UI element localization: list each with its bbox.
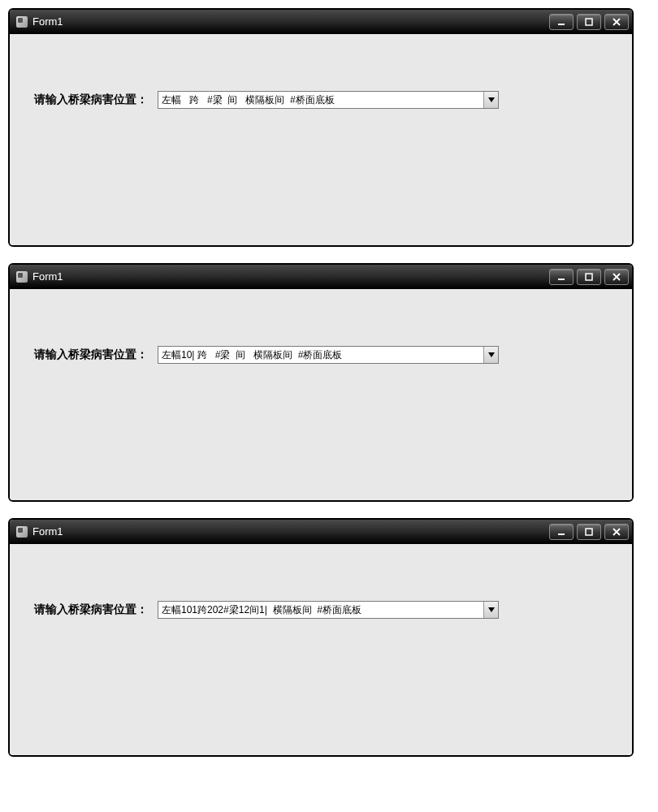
maximize-icon [584,527,594,537]
position-input[interactable] [158,602,483,618]
titlebar[interactable]: Form1 [10,265,632,289]
window-1: Form1 请输入桥梁病害位置： [8,8,634,247]
close-icon [612,527,621,537]
window-title: Form1 [32,525,63,538]
chevron-down-icon [488,352,495,357]
app-icon [16,526,28,538]
form-row: 请输入桥梁病害位置： [34,346,608,364]
minimize-button[interactable] [549,524,574,540]
maximize-button[interactable] [577,14,601,30]
window-3: Form1 请输入桥梁病害位置： [8,518,634,757]
minimize-icon [556,272,566,282]
minimize-button[interactable] [549,14,574,30]
window-title: Form1 [32,270,63,283]
window-title: Form1 [32,15,63,28]
title-left: Form1 [16,270,63,283]
window-2: Form1 请输入桥梁病害位置： [8,263,634,502]
svg-rect-0 [558,24,565,25]
close-icon [612,272,621,282]
position-input[interactable] [158,92,483,108]
dropdown-button[interactable] [483,602,498,618]
svg-rect-1 [586,19,592,25]
position-label: 请输入桥梁病害位置： [34,93,148,107]
titlebar[interactable]: Form1 [10,520,632,544]
maximize-icon [584,17,594,27]
minimize-icon [556,527,566,537]
form-row: 请输入桥梁病害位置： [34,601,608,619]
app-icon [16,16,28,28]
chevron-down-icon [488,607,495,612]
position-label: 请输入桥梁病害位置： [34,603,148,617]
window-controls [549,269,629,285]
form-row: 请输入桥梁病害位置： [34,91,608,109]
maximize-icon [584,272,594,282]
position-input[interactable] [158,347,483,363]
svg-rect-3 [586,274,592,280]
dropdown-button[interactable] [483,92,498,108]
close-button[interactable] [604,524,629,540]
chevron-down-icon [488,97,495,102]
titlebar[interactable]: Form1 [10,10,632,34]
client-area: 请输入桥梁病害位置： [10,544,632,755]
position-combobox[interactable] [158,601,499,619]
maximize-button[interactable] [577,524,601,540]
svg-rect-2 [558,279,565,280]
title-left: Form1 [16,15,63,28]
close-icon [612,17,621,27]
dropdown-button[interactable] [483,347,498,363]
client-area: 请输入桥梁病害位置： [10,289,632,500]
position-combobox[interactable] [158,91,499,109]
close-button[interactable] [604,14,629,30]
position-combobox[interactable] [158,346,499,364]
client-area: 请输入桥梁病害位置： [10,34,632,245]
close-button[interactable] [604,269,629,285]
app-icon [16,271,28,283]
window-controls [549,14,629,30]
svg-rect-5 [586,529,592,535]
maximize-button[interactable] [577,269,601,285]
minimize-icon [556,17,566,27]
svg-rect-4 [558,533,565,535]
title-left: Form1 [16,525,63,538]
position-label: 请输入桥梁病害位置： [34,348,148,362]
minimize-button[interactable] [549,269,574,285]
window-controls [549,524,629,540]
